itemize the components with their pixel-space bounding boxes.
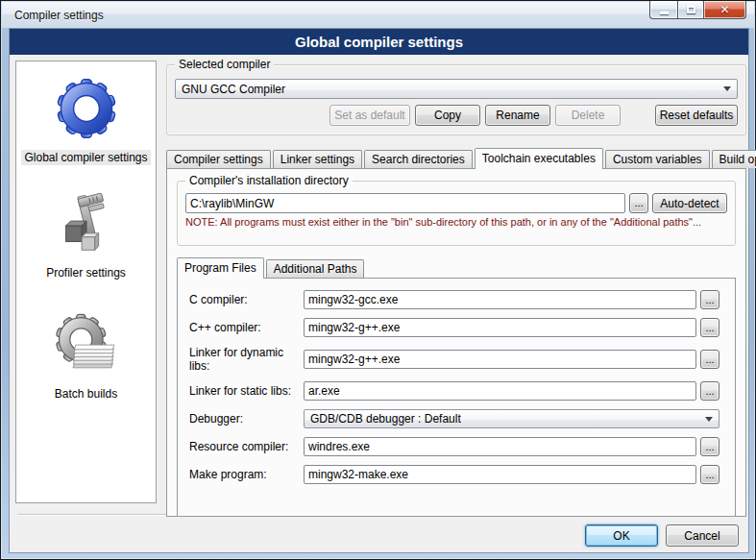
minimize-icon[interactable] bbox=[649, 1, 677, 19]
compiler-actions: Set as default Copy Rename Delete Reset … bbox=[175, 105, 738, 126]
sidebar-item-global-compiler-settings[interactable]: Global compiler settings bbox=[16, 61, 156, 165]
make-program-label: Make program: bbox=[189, 468, 304, 481]
resource-compiler-label: Resource compiler: bbox=[189, 440, 304, 453]
auto-detect-button[interactable]: Auto-detect bbox=[652, 193, 727, 213]
c-compiler-input[interactable] bbox=[304, 290, 696, 309]
compiler-settings-window: Compiler settings ✕ Global compiler sett… bbox=[0, 0, 756, 560]
tab-program-files[interactable]: Program Files bbox=[177, 257, 264, 279]
field-row-c-compiler: C compiler: ... bbox=[189, 290, 719, 309]
c-compiler-browse-button[interactable]: ... bbox=[700, 290, 719, 309]
installation-directory-input[interactable] bbox=[185, 193, 625, 213]
sidebar-item-label: Profiler settings bbox=[43, 265, 129, 280]
dynamic-linker-label: Linker for dynamic libs: bbox=[189, 346, 304, 373]
dialog-body: Global compiler settings bbox=[9, 28, 749, 553]
make-program-input[interactable] bbox=[304, 465, 696, 484]
reset-defaults-button[interactable]: Reset defaults bbox=[655, 105, 738, 126]
field-row-cpp-compiler: C++ compiler: ... bbox=[189, 318, 719, 337]
tab-toolchain-executables[interactable]: Toolchain executables bbox=[475, 148, 603, 169]
sidebar-item-label: Global compiler settings bbox=[21, 150, 150, 165]
static-linker-input[interactable] bbox=[304, 381, 696, 401]
page-title: Global compiler settings bbox=[10, 29, 748, 55]
field-row-dynamic-linker: Linker for dynamic libs: ... bbox=[189, 346, 719, 373]
rename-button[interactable]: Rename bbox=[485, 105, 550, 126]
blue-gear-icon bbox=[48, 70, 125, 147]
program-files-panel: C compiler: ... C++ compiler: ... Linker… bbox=[177, 278, 736, 517]
bin-subdirectory-note: NOTE: All programs must exist either in … bbox=[185, 216, 727, 228]
main-panel: Selected compiler GNU GCC Compiler Set a… bbox=[166, 59, 746, 511]
gray-gear-pages-icon bbox=[48, 310, 125, 383]
window-controls: ✕ bbox=[649, 1, 746, 19]
sidebar-item-profiler-settings[interactable]: Profiler settings bbox=[16, 181, 156, 280]
caliper-icon bbox=[48, 189, 125, 262]
window-title: Compiler settings bbox=[2, 9, 104, 22]
sidebar-item-batch-builds[interactable]: Batch builds bbox=[16, 302, 156, 402]
cpp-compiler-input[interactable] bbox=[304, 318, 696, 337]
field-row-debugger: Debugger: GDB/CDB debugger : Default bbox=[189, 409, 719, 428]
cpp-compiler-label: C++ compiler: bbox=[189, 321, 304, 334]
field-row-resource-compiler: Resource compiler: ... bbox=[189, 437, 719, 456]
set-as-default-button[interactable]: Set as default bbox=[329, 105, 410, 126]
dynamic-linker-browse-button[interactable]: ... bbox=[700, 350, 719, 369]
browse-directory-button[interactable]: ... bbox=[629, 193, 648, 213]
copy-button[interactable]: Copy bbox=[415, 105, 480, 126]
sidebar-item-label: Batch builds bbox=[52, 386, 120, 402]
footer-buttons: OK Cancel bbox=[577, 524, 739, 547]
selected-compiler-group-label: Selected compiler bbox=[175, 58, 274, 71]
field-row-static-linker: Linker for static libs: ... bbox=[189, 381, 719, 401]
static-linker-label: Linker for static libs: bbox=[189, 384, 304, 398]
tab-compiler-settings[interactable]: Compiler settings bbox=[166, 150, 271, 168]
titlebar[interactable]: Compiler settings bbox=[2, 2, 754, 28]
ok-button[interactable]: OK bbox=[585, 524, 658, 547]
tab-linker-settings[interactable]: Linker settings bbox=[273, 150, 362, 168]
program-files-tabstrip: Program Files Additional Paths bbox=[177, 256, 736, 278]
resource-compiler-browse-button[interactable]: ... bbox=[700, 437, 719, 456]
tab-build-options[interactable]: Build options bbox=[712, 150, 756, 168]
chevron-down-icon bbox=[705, 417, 713, 422]
cpp-compiler-browse-button[interactable]: ... bbox=[700, 318, 719, 337]
dynamic-linker-input[interactable] bbox=[304, 350, 696, 369]
cancel-button[interactable]: Cancel bbox=[666, 524, 739, 547]
installation-directory-group-label: Compiler's installation directory bbox=[185, 174, 353, 187]
resource-compiler-input[interactable] bbox=[304, 437, 696, 456]
tab-search-directories[interactable]: Search directories bbox=[364, 150, 473, 168]
compiler-combobox[interactable]: GNU GCC Compiler bbox=[175, 79, 738, 99]
close-icon[interactable]: ✕ bbox=[703, 1, 746, 19]
settings-tabstrip: Compiler settings Linker settings Search… bbox=[166, 147, 746, 168]
c-compiler-label: C compiler: bbox=[189, 293, 304, 306]
static-linker-browse-button[interactable]: ... bbox=[700, 381, 719, 401]
settings-category-list: Global compiler settings bbox=[15, 61, 157, 503]
installation-directory-group: Compiler's installation directory ... Au… bbox=[177, 181, 736, 246]
debugger-combobox[interactable]: GDB/CDB debugger : Default bbox=[304, 409, 719, 428]
maximize-icon[interactable] bbox=[677, 1, 703, 19]
make-program-browse-button[interactable]: ... bbox=[700, 465, 719, 484]
chevron-down-icon bbox=[723, 86, 731, 91]
field-row-make-program: Make program: ... bbox=[189, 465, 719, 484]
tab-custom-variables[interactable]: Custom variables bbox=[605, 150, 710, 168]
debugger-label: Debugger: bbox=[189, 412, 304, 426]
selected-compiler-group: Selected compiler GNU GCC Compiler Set a… bbox=[166, 64, 746, 135]
toolchain-executables-panel: Compiler's installation directory ... Au… bbox=[166, 168, 746, 517]
tab-additional-paths[interactable]: Additional Paths bbox=[266, 259, 365, 278]
delete-button[interactable]: Delete bbox=[555, 105, 621, 126]
